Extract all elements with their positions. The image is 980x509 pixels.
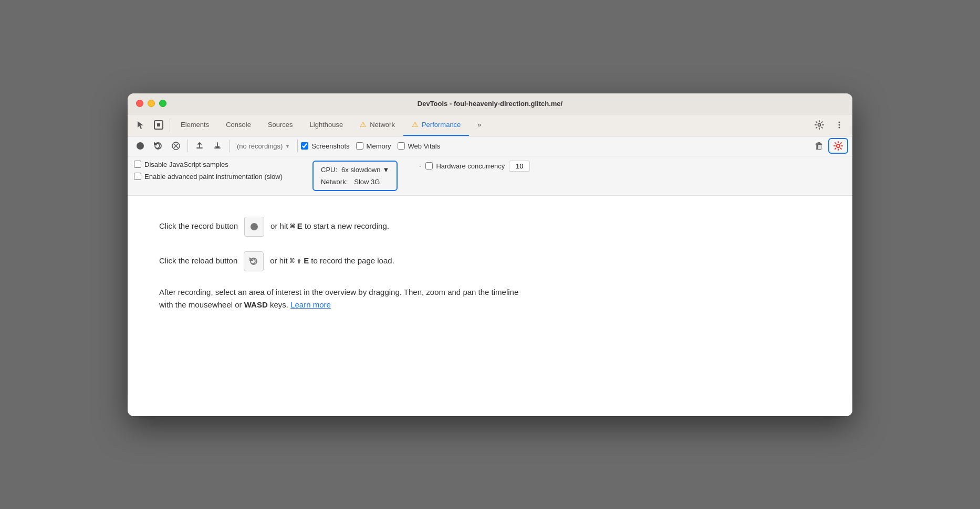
hw-concurrency-checkbox[interactable]: [425, 162, 433, 169]
reload-inline-icon: [244, 251, 264, 271]
inspect-icon: [154, 120, 163, 130]
disable-js-samples-label[interactable]: Disable JavaScript samples: [134, 161, 302, 168]
memory-label: Memory: [367, 142, 391, 150]
maximize-button[interactable]: [159, 100, 166, 107]
disable-js-samples-checkbox[interactable]: [134, 161, 141, 168]
recordings-dropdown-arrow: ▼: [285, 143, 290, 149]
gear-icon: [815, 120, 824, 130]
tabs-bar-right: [804, 114, 848, 136]
svg-point-5: [839, 127, 840, 129]
stop-button[interactable]: [168, 140, 184, 152]
capture-gear-icon: [833, 141, 843, 151]
more-vert-icon: [835, 120, 844, 130]
reload-instruction-row: Click the reload button or hit ⌘ ⇧ E to …: [159, 251, 821, 271]
record-icon: [136, 142, 144, 150]
record-instruction-row: Click the record button or hit ⌘ E to st…: [159, 217, 821, 237]
record-circle-icon: [250, 222, 258, 231]
wasd-text: WASD: [244, 300, 268, 309]
recordings-dropdown[interactable]: (no recordings) ▼: [233, 141, 294, 152]
tab-separator-1: [170, 119, 170, 132]
tab-sources[interactable]: Sources: [259, 114, 301, 136]
stop-icon: [172, 142, 180, 150]
title-bar: DevTools - foul-heavenly-direction.glitc…: [128, 93, 852, 114]
dot-menu: ·: [419, 161, 421, 172]
recordings-value: (no recordings): [237, 142, 283, 150]
tabs-bar: Elements Console Sources Lighthouse ⚠ Ne…: [128, 114, 852, 136]
devtools-body: Elements Console Sources Lighthouse ⚠ Ne…: [128, 114, 852, 416]
svg-point-10: [837, 144, 840, 147]
hw-concurrency-label[interactable]: Hardware concurrency: [425, 162, 505, 170]
toolbar-bar: (no recordings) ▼ Screenshots Memory Web…: [128, 136, 852, 156]
enable-paint-label[interactable]: Enable advanced paint instrumentation (s…: [134, 173, 302, 181]
tab-more[interactable]: »: [469, 114, 489, 136]
import-button[interactable]: [191, 140, 208, 152]
web-vitals-label: Web Vitals: [408, 142, 441, 150]
toolbar-sep-3: [297, 140, 298, 152]
web-vitals-checkbox-label[interactable]: Web Vitals: [398, 142, 441, 150]
traffic-lights: [136, 100, 166, 107]
reload-record-button[interactable]: [150, 140, 166, 152]
inspect-icon-btn[interactable]: [150, 117, 168, 133]
tab-group-left: [132, 114, 168, 136]
toolbar-sep-2: [229, 140, 230, 152]
tab-console[interactable]: Console: [217, 114, 259, 136]
network-warning-icon: ⚠: [360, 120, 367, 129]
svg-point-4: [839, 124, 840, 126]
reload-icon: [154, 142, 162, 150]
screenshots-label: Screenshots: [311, 142, 349, 150]
learn-more-link[interactable]: Learn more: [290, 300, 331, 309]
close-button[interactable]: [136, 100, 143, 107]
hw-concurrency-text: Hardware concurrency: [436, 162, 505, 170]
enable-paint-text: Enable advanced paint instrumentation (s…: [144, 173, 283, 181]
network-throttle-label: Network:: [321, 178, 348, 186]
record-instruction-before: Click the record button: [159, 220, 238, 232]
cursor-icon-btn[interactable]: [132, 117, 150, 133]
svg-point-6: [137, 142, 144, 150]
settings-icon-btn[interactable]: [810, 117, 828, 133]
record-button[interactable]: [132, 140, 149, 152]
main-content: Click the record button or hit ⌘ E to st…: [128, 196, 852, 416]
description-end: keys.: [268, 300, 288, 309]
devtools-window: DevTools - foul-heavenly-direction.glitc…: [128, 93, 852, 416]
throttling-box: CPU: 6x slowdown ▼ Network: Slow 3G: [312, 161, 398, 191]
toolbar-right: 🗑: [815, 138, 848, 154]
record-instruction-after: or hit ⌘ E to start a new recording.: [270, 220, 389, 232]
svg-point-2: [818, 124, 821, 126]
svg-point-11: [251, 223, 258, 230]
screenshots-checkbox[interactable]: [301, 142, 308, 150]
cursor-icon: [136, 120, 145, 130]
reload-instruction-after: or hit ⌘ ⇧ E to record the page load.: [270, 255, 394, 267]
export-button[interactable]: [209, 140, 226, 152]
svg-point-3: [839, 122, 840, 123]
delete-recordings-button[interactable]: 🗑: [815, 141, 824, 152]
tab-lighthouse[interactable]: Lighthouse: [301, 114, 352, 136]
minimize-button[interactable]: [148, 100, 155, 107]
reload-circle-icon: [249, 257, 258, 266]
window-title: DevTools - foul-heavenly-direction.glitc…: [418, 100, 562, 108]
tab-network[interactable]: ⚠ Network: [351, 114, 403, 136]
record-inline-icon: [244, 217, 264, 237]
settings-panel: Disable JavaScript samples Enable advanc…: [128, 156, 852, 196]
svg-rect-1: [157, 123, 160, 126]
memory-checkbox[interactable]: [356, 142, 363, 150]
upload-icon: [195, 142, 204, 150]
tab-elements[interactable]: Elements: [172, 114, 217, 136]
network-throttle-value: Slow 3G: [354, 178, 380, 186]
toolbar-sep-1: [187, 140, 188, 152]
settings-left: Disable JavaScript samples Enable advanc…: [134, 161, 302, 181]
memory-checkbox-label[interactable]: Memory: [356, 142, 391, 150]
tab-performance[interactable]: ⚠ Performance: [403, 114, 469, 136]
more-options-btn[interactable]: [830, 117, 848, 133]
hw-concurrency-value[interactable]: 10: [509, 161, 530, 172]
screenshots-checkbox-label[interactable]: Screenshots: [301, 142, 349, 150]
enable-paint-checkbox[interactable]: [134, 173, 141, 180]
disable-js-label-text: Disable JavaScript samples: [144, 161, 228, 168]
network-throttle-row: Network: Slow 3G: [321, 178, 389, 186]
cpu-throttle-row: CPU: 6x slowdown ▼: [321, 166, 389, 174]
capture-settings-button[interactable]: [828, 138, 848, 154]
cpu-dropdown-arrow: ▼: [383, 166, 390, 174]
settings-right: · Hardware concurrency 10: [419, 161, 530, 172]
web-vitals-checkbox[interactable]: [398, 142, 405, 150]
cpu-select[interactable]: 6x slowdown ▼: [341, 166, 389, 174]
download-icon: [213, 142, 222, 150]
